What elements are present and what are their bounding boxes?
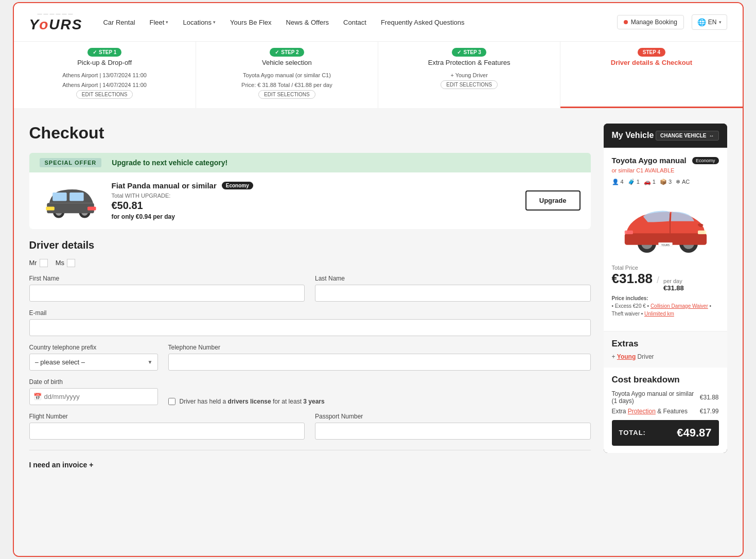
checkout-title: Checkout <box>29 124 591 143</box>
step-2-wrapper: ✓ STEP 2 Vehicle selection Toyota Aygo m… <box>196 42 378 108</box>
special-offer-header: SPECIAL OFFER Upgrade to next vehicle ca… <box>29 153 591 172</box>
total-amount: €49.87 <box>677 426 711 440</box>
nav-faq[interactable]: Frequently Asked Questions <box>381 19 465 26</box>
svg-rect-6 <box>69 193 83 201</box>
breakdown-row-1: Extra Protection & Features €17.99 <box>612 408 719 415</box>
license-group: Driver has held a drivers license for at… <box>168 378 591 405</box>
last-name-group: Last Name <box>315 275 591 302</box>
nav-car-rental[interactable]: Car Rental <box>103 19 135 26</box>
dob-group: Date of birth 📅 <box>29 378 158 405</box>
nav-news-offers[interactable]: News & Offers <box>286 19 329 26</box>
offer-total-price: €50.81 <box>112 200 515 212</box>
price-section: Total Price €31.88 / per day €31.88 Pric… <box>612 265 719 318</box>
telephone-input[interactable] <box>168 354 591 371</box>
license-label: Driver has held a drivers license for at… <box>180 398 325 405</box>
globe-icon: 🌐 <box>697 18 706 26</box>
country-prefix-group: Country telephone prefix – please select… <box>29 344 158 371</box>
license-checkbox[interactable] <box>168 398 175 405</box>
flight-input[interactable] <box>29 423 305 440</box>
cost-breakdown: Cost breakdown Toyota Aygo manual or sim… <box>604 368 727 453</box>
svg-rect-7 <box>46 206 55 210</box>
vehicle-svg: YOURS <box>619 197 712 253</box>
logo[interactable]: —————— YoURS <box>29 11 83 33</box>
ms-checkbox[interactable] <box>67 259 75 267</box>
passport-label: Passport Number <box>315 413 591 420</box>
last-name-label: Last Name <box>315 275 591 282</box>
svg-rect-8 <box>87 206 96 210</box>
nav-fleet[interactable]: Fleet▾ <box>150 19 169 26</box>
feature-bags: 🧳 1 <box>628 179 640 185</box>
step2-details: Toyota Aygo manual (or similar C1) Price… <box>241 71 332 90</box>
vehicle-body: Toyota Aygo manual Economy or similar C1… <box>604 148 727 331</box>
email-input[interactable] <box>29 319 591 336</box>
right-panel: My Vehicle CHANGE VEHICLE ↔ Toyota Aygo … <box>604 124 727 540</box>
svg-rect-15 <box>698 230 706 234</box>
total-box: TOTAL: €49.87 <box>612 420 719 446</box>
step-3-wrapper: ✓ STEP 3 Extra Protection & Features + Y… <box>378 42 560 108</box>
last-name-input[interactable] <box>315 285 591 302</box>
dob-label: Date of birth <box>29 378 158 386</box>
dob-input-wrapper: 📅 <box>29 388 158 405</box>
passport-group: Passport Number <box>315 413 591 440</box>
email-group: E-mail <box>29 309 591 336</box>
logo-text: YoURS <box>29 16 83 33</box>
upgrade-button[interactable]: Upgrade <box>525 190 581 211</box>
step3-details: + Young Driver <box>450 71 487 80</box>
feature-ac: ❄ AC <box>676 179 690 185</box>
left-panel: Checkout SPECIAL OFFER Upgrade to next v… <box>29 124 591 540</box>
step1-title: Pick-up & Drop-off <box>77 59 132 66</box>
language-selector[interactable]: 🌐 EN ▾ <box>692 14 727 30</box>
offer-car-name: Fiat Panda manual or similar Economy <box>112 181 515 190</box>
step-4-wrapper: STEP 4 Driver details & Checkout <box>560 42 742 108</box>
special-offer-body: Fiat Panda manual or similar Economy Tot… <box>29 172 591 229</box>
passport-input[interactable] <box>315 423 591 440</box>
price-row: €31.88 / per day €31.88 <box>612 271 719 292</box>
country-prefix-select[interactable]: – please select – <box>29 354 158 371</box>
manage-dot-icon <box>624 20 628 24</box>
first-name-input[interactable] <box>29 285 305 302</box>
step3-edit-button[interactable]: EDIT SELECTIONS <box>441 80 498 89</box>
step3-badge: ✓ STEP 3 <box>452 48 486 57</box>
price-label: Total Price <box>612 265 719 271</box>
step2-edit-button[interactable]: EDIT SELECTIONS <box>258 90 315 99</box>
feature-doors: 🚗 1 <box>644 179 656 185</box>
header: —————— YoURS Car Rental Fleet▾ Locations… <box>14 3 743 42</box>
license-row: Driver has held a drivers license for at… <box>168 398 591 405</box>
telephone-group: Telephone Number <box>168 344 591 371</box>
breakdown-title: Cost breakdown <box>612 375 719 385</box>
svg-text:YOURS: YOURS <box>661 243 669 246</box>
economy-badge: Economy <box>222 182 253 189</box>
dob-input[interactable] <box>29 388 158 405</box>
manage-booking-button[interactable]: Manage Booking <box>617 15 684 29</box>
invoice-link[interactable]: I need an invoice + <box>29 461 591 469</box>
price-includes: Price includes: • Excess €20 € • Collisi… <box>612 294 719 318</box>
telephone-label: Telephone Number <box>168 344 591 351</box>
step3-title: Extra Protection & Features <box>428 59 511 66</box>
country-prefix-label: Country telephone prefix <box>29 344 158 351</box>
extra-young-driver: + Young Driver <box>612 353 719 360</box>
change-vehicle-button[interactable]: CHANGE VEHICLE ↔ <box>656 131 718 141</box>
breakdown-row-0: Toyota Aygo manual or similar (1 days) €… <box>612 390 719 405</box>
nav-contact[interactable]: Contact <box>343 19 366 26</box>
svg-rect-16 <box>624 230 632 234</box>
form-divider <box>29 450 591 450</box>
nav-yours-be-flex[interactable]: Yours Be Flex <box>230 19 271 26</box>
special-offer-label: SPECIAL OFFER <box>40 158 102 167</box>
main-nav: Car Rental Fleet▾ Locations▾ Yours Be Fl… <box>103 19 617 26</box>
offer-details: Fiat Panda manual or similar Economy Tot… <box>112 181 515 220</box>
step2-badge: ✓ STEP 2 <box>270 48 304 57</box>
price-slash: / <box>657 275 659 286</box>
feature-passengers: 👤 4 <box>612 179 624 185</box>
driver-details-title: Driver details <box>29 239 591 251</box>
page-wrapper: —————— YoURS Car Rental Fleet▾ Locations… <box>13 2 744 556</box>
header-right: Manage Booking 🌐 EN ▾ <box>617 14 727 30</box>
calendar-icon: 📅 <box>33 393 42 400</box>
step1-edit-button[interactable]: EDIT SELECTIONS <box>76 90 133 99</box>
step4-badge: STEP 4 <box>638 48 665 57</box>
price-per-day-label: per day <box>663 278 684 284</box>
mr-checkbox[interactable] <box>40 259 48 267</box>
step1-badge: ✓ STEP 1 <box>87 48 121 57</box>
nav-locations[interactable]: Locations▾ <box>183 19 216 26</box>
name-row: First Name Last Name <box>29 275 591 302</box>
country-prefix-select-wrapper: – please select – <box>29 354 158 371</box>
